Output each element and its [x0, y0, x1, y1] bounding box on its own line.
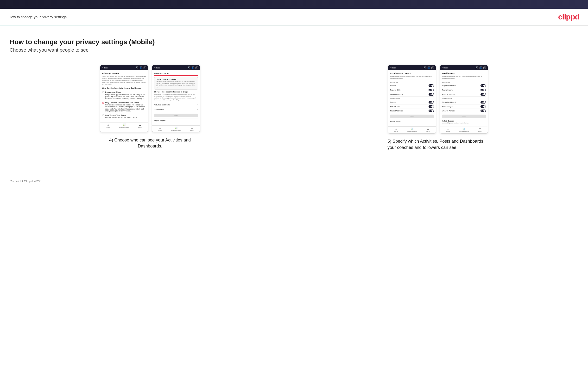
search-icon-3[interactable]: 🔍: [424, 67, 426, 69]
profile-icon-4[interactable]: 👤: [480, 67, 482, 69]
screen2-back-label: Back: [155, 67, 160, 69]
radio-approved[interactable]: [102, 102, 104, 104]
screen4-mock: ‹ Back 🔍 👤 ⚙ Dashboards Select the dashb…: [440, 65, 488, 133]
option-box-desc: Only you and the coaches you connect wit…: [156, 81, 196, 88]
menu-activities[interactable]: Activities and Posts ›: [154, 103, 198, 107]
toggle-s4-coaches-work[interactable]: ON: [481, 93, 486, 96]
back-chevron-icon: ‹: [102, 67, 103, 69]
option-coach-only[interactable]: Only You and Your Coach Only you and the…: [102, 113, 146, 120]
menu-icon: ☰: [139, 124, 141, 126]
back-chevron-icon-2: ‹: [154, 67, 155, 69]
screen2-bottom-nav: ⌂ Home 📊 My Performance ☰ Menu: [152, 125, 200, 132]
nav-menu-1[interactable]: ☰ Menu: [132, 124, 148, 128]
nav-home-2[interactable]: ⌂ Home: [152, 126, 168, 131]
screen3-desc: Select the types of activity that you'd …: [390, 76, 434, 80]
toggle-followers-manual[interactable]: ON: [429, 109, 434, 112]
nav-performance-2[interactable]: 📊 My Performance: [168, 126, 184, 131]
s3-coaches-drills-label: Practice Drills: [390, 89, 400, 91]
screenshot-pair-right: ‹ Back 🔍 👤 ⚙ Activities and Posts Select…: [388, 65, 488, 133]
toggle-followers-drills[interactable]: ON: [429, 105, 434, 108]
toggle-s4-coaches-rounds[interactable]: ON: [481, 89, 486, 91]
screen2-help: Help & Support: [154, 118, 198, 123]
nav-home-1[interactable]: ⌂ Home: [100, 124, 116, 128]
search-icon[interactable]: 🔍: [136, 67, 138, 69]
screen1-bottom-nav: ⌂ Home 📊 My Performance ☰ Menu: [100, 122, 148, 129]
toggle-coaches-rounds[interactable]: ON: [429, 84, 434, 87]
screen4-back[interactable]: ‹ Back: [442, 67, 448, 69]
toggle-followers-rounds[interactable]: ON: [429, 101, 434, 103]
screen1-back-label: Back: [104, 67, 108, 69]
nav-home-3[interactable]: ⌂ Home: [388, 127, 404, 132]
toggle-s4-followers-player[interactable]: ON: [481, 101, 486, 103]
radio-everyone[interactable]: [102, 91, 104, 93]
privacy-controls-tab[interactable]: Privacy Controls: [154, 72, 198, 76]
option-approved[interactable]: Only Approved Followers and Your Coach O…: [102, 101, 146, 113]
s4-followers-player: Player Dashboard ON: [442, 100, 486, 104]
s3-followers-drills: Practice Drills ON: [390, 104, 434, 109]
profile-icon-2[interactable]: 👤: [192, 67, 194, 69]
s4-coaches-work: What To Work On ON: [442, 92, 486, 97]
toggle-s4-followers-rounds[interactable]: ON: [481, 105, 486, 108]
radio-coach-only[interactable]: [102, 114, 104, 116]
menu-activities-label: Activities and Posts: [154, 104, 170, 106]
toggle-coaches-drills[interactable]: ON: [429, 89, 434, 91]
screen4-nav: ‹ Back 🔍 👤 ⚙: [440, 65, 488, 70]
tab-label: Privacy Controls: [154, 72, 170, 75]
s3-followers-rounds-label: Rounds: [390, 101, 396, 103]
s3-followers-manual-label: Manual Activities: [390, 110, 403, 112]
s3-followers-manual: Manual Activities ON: [390, 109, 434, 113]
screen4-save[interactable]: Save: [442, 115, 486, 118]
s4-coaches-player: Player Dashboard ON: [442, 83, 486, 88]
screen3-mock: ‹ Back 🔍 👤 ⚙ Activities and Posts Select…: [388, 65, 436, 133]
settings-icon-3[interactable]: ⚙: [432, 67, 434, 69]
screen3-back[interactable]: ‹ Back: [390, 67, 396, 69]
screen1-back[interactable]: ‹ Back: [102, 67, 108, 69]
breadcrumb: How to change your privacy settings: [9, 15, 67, 19]
back-chevron-icon-4: ‹: [442, 67, 443, 69]
nav-home-4[interactable]: ⌂ Home: [440, 128, 456, 132]
nav-performance-3[interactable]: 📊 My Performance: [404, 127, 420, 132]
nav-menu-4[interactable]: ☰ Menu: [472, 128, 488, 132]
screen3-body: Activities and Posts Select the types of…: [388, 70, 436, 125]
menu-icon-3: ☰: [427, 127, 429, 130]
toggle-s4-followers-work[interactable]: ON: [481, 109, 486, 112]
screen2-save[interactable]: Save: [154, 114, 198, 117]
settings-icon-2[interactable]: ⚙: [196, 67, 198, 69]
profile-icon-3[interactable]: 👤: [428, 67, 430, 69]
s4-followers-work: What To Work On ON: [442, 109, 486, 113]
s3-coaches-rounds: Rounds ON: [390, 83, 434, 88]
nav-performance-1[interactable]: 📊 My Performance: [116, 124, 132, 128]
screen3-nav: ‹ Back 🔍 👤 ⚙: [388, 65, 436, 70]
screen4-desc: Select the dashboards that you'd like to…: [442, 76, 486, 80]
screenshot-pair-left: ‹ Back 🔍 👤 ⚙ Privacy Controls Control ho…: [100, 65, 200, 132]
nav-menu-2[interactable]: ☰ Menu: [184, 126, 200, 131]
screen2-mock: ‹ Back 🔍 👤 ⚙ Privacy Controls: [152, 65, 200, 132]
s3-followers-drills-label: Practice Drills: [390, 106, 400, 107]
nav-performance-4[interactable]: 📊 My Performance: [456, 128, 472, 132]
option-everyone[interactable]: Everyone on Clippd Everyone on Clippd ca…: [102, 90, 146, 100]
nav-menu-3[interactable]: ☰ Menu: [420, 127, 436, 132]
screen1-body: Privacy Controls Control how you and you…: [100, 70, 148, 121]
coaches-label: COACHES: [390, 81, 434, 83]
toggle-s4-coaches-player[interactable]: ON: [481, 84, 486, 87]
option-coach-only-text: Only You and Your Coach Only you and the…: [105, 114, 137, 119]
profile-icon[interactable]: 👤: [140, 67, 142, 69]
menu-dashboards-label: Dashboards: [154, 108, 164, 111]
s3-coaches-rounds-label: Rounds: [390, 85, 396, 86]
screen2-back[interactable]: ‹ Back: [154, 67, 160, 69]
screen3-help: Help & Support: [390, 119, 434, 124]
toggle-coaches-manual[interactable]: ON: [429, 93, 434, 96]
s3-coaches-manual: Manual Activities ON: [390, 92, 434, 97]
search-icon-2[interactable]: 🔍: [188, 67, 190, 69]
screenshot-group-right: ‹ Back 🔍 👤 ⚙ Activities and Posts Select…: [298, 65, 579, 150]
caption-left: 4) Choose who can see your Activities an…: [104, 137, 196, 149]
screen3-save[interactable]: Save: [390, 115, 434, 118]
settings-icon-4[interactable]: ⚙: [483, 67, 486, 69]
screen4-help-desc: Visit our Clippd community to troublesho…: [442, 122, 486, 124]
menu-dashboards[interactable]: Dashboards ›: [154, 107, 198, 112]
home-icon-2: ⌂: [159, 126, 161, 129]
search-icon-4[interactable]: 🔍: [476, 67, 478, 69]
top-bar: [0, 0, 588, 9]
settings-icon[interactable]: ⚙: [144, 67, 146, 69]
s4-followers-rounds: Round Insights ON: [442, 104, 486, 109]
